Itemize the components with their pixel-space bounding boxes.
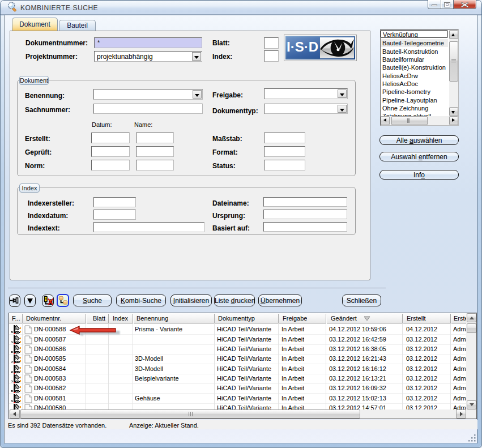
svg-text:I·S·D: I·S·D — [287, 39, 318, 54]
